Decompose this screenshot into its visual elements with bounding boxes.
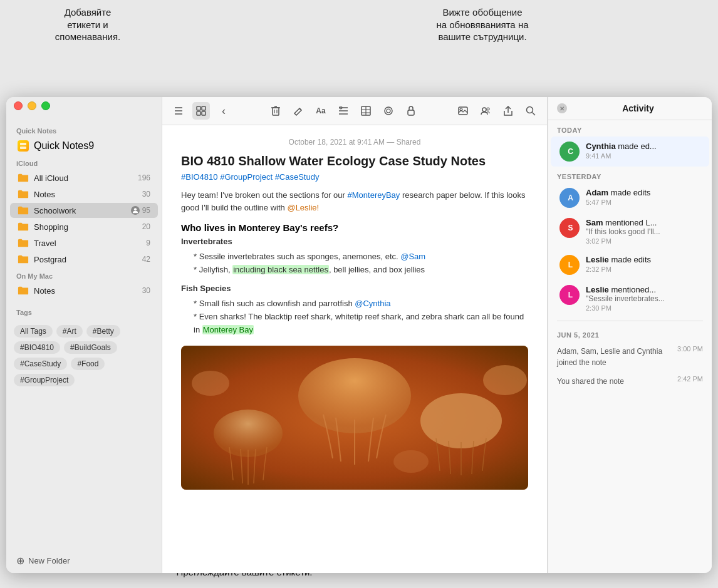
sidebar-item-all-icloud[interactable]: All iCloud 196 <box>10 170 158 185</box>
tag-casestudy[interactable]: #CaseStudy <box>14 358 67 370</box>
notes-mac-label: Notes <box>34 286 142 296</box>
section-fish: Fish Species Small fish such as clownfis… <box>181 282 528 336</box>
avatar-cynthia: C <box>559 142 580 162</box>
attach-button[interactable] <box>380 102 397 120</box>
sidebar-item-notes-mac[interactable]: Notes 30 <box>10 283 158 298</box>
quick-notes-icon <box>18 140 29 152</box>
note-date: October 18, 2021 at 9:41 AM — Shared <box>181 138 528 147</box>
sidebar-item-notes-icloud[interactable]: Notes 30 <box>10 187 158 202</box>
traffic-lights <box>14 101 50 110</box>
activity-content-adam: Adam made edits 5:47 PM <box>586 188 700 206</box>
activity-sub-leslie2: "Sessile invertebrates... <box>586 294 700 303</box>
hashtag-groupproject: #GroupProject <box>220 172 273 182</box>
activity-time-cynthia: 9:41 AM <box>586 152 700 160</box>
tag-betty[interactable]: #Betty <box>86 325 120 338</box>
activity-item-cynthia[interactable]: C Cynthia made ed... 9:41 AM <box>551 137 709 167</box>
tag-buildgoals[interactable]: #BuildGoals <box>64 341 117 354</box>
avatar-leslie2: L <box>559 285 580 305</box>
activity-joined-note: 3:00 PM Adam, Sam, Leslie and Cynthia jo… <box>548 341 712 371</box>
list-view-button[interactable] <box>170 102 187 120</box>
checklist-button[interactable] <box>335 102 352 120</box>
font-button[interactable]: Aa <box>312 102 330 120</box>
notes-icloud-count: 30 <box>142 190 150 199</box>
minimize-button[interactable] <box>28 101 36 110</box>
schoolwork-count: 95 <box>142 206 150 215</box>
activity-item-adam[interactable]: A Adam made edits 5:47 PM <box>551 183 709 213</box>
svg-rect-8 <box>197 111 200 115</box>
edit-button[interactable] <box>289 102 307 120</box>
activity-time-leslie2: 2:30 PM <box>586 304 700 312</box>
svg-point-36 <box>420 393 502 448</box>
svg-point-2 <box>134 208 137 210</box>
sidebar-item-shopping[interactable]: Shopping 20 <box>10 219 158 234</box>
svg-point-30 <box>487 108 489 110</box>
sidebar-item-travel[interactable]: Travel 9 <box>10 235 158 250</box>
close-button[interactable] <box>14 101 23 110</box>
sidebar-section-icloud: iCloud <box>6 155 162 170</box>
all-icloud-count: 196 <box>138 173 150 182</box>
activity-content-cynthia: Cynthia made ed... 9:41 AM <box>586 142 700 160</box>
annotation-topleft: Добавяйтеетикети испоменавания. <box>38 6 138 43</box>
notes-mac-count: 30 <box>142 286 150 295</box>
activity-time-joined: 3:00 PM <box>677 345 703 353</box>
svg-line-15 <box>299 108 301 110</box>
activity-item-leslie2[interactable]: L Leslie mentioned... "Sessile invertebr… <box>551 280 709 317</box>
note-area: ‹ Aa <box>162 97 548 573</box>
maximize-button[interactable] <box>41 101 50 110</box>
svg-point-37 <box>192 371 229 396</box>
delete-button[interactable] <box>267 102 284 120</box>
section-reef-title: Who lives in Monterey Bay's reefs? <box>181 222 528 233</box>
note-image <box>181 346 528 490</box>
back-button[interactable]: ‹ <box>215 102 232 120</box>
main-window: Quick Notes Quick Notes 9 iCloud All iCl… <box>6 97 712 573</box>
mention-leslie: @Leslie! <box>287 203 319 212</box>
svg-point-39 <box>393 450 429 473</box>
tag-art[interactable]: #Art <box>56 325 83 338</box>
svg-rect-26 <box>408 110 414 115</box>
activity-item-sam[interactable]: S Sam mentioned L... "If this looks good… <box>551 213 709 250</box>
activity-sub-sam: "If this looks good I'll... <box>586 227 700 236</box>
quick-notes-count: 9 <box>88 140 94 152</box>
table-button[interactable] <box>357 102 375 120</box>
mention-sam: @Sam <box>400 252 425 261</box>
activity-jun5-label: JUN 5, 2021 <box>548 325 712 341</box>
note-title: BIO 4810 Shallow Water Ecology Case Stud… <box>181 154 528 168</box>
sidebar-item-postgrad[interactable]: Postgrad 42 <box>10 252 158 267</box>
activity-title: Activity <box>573 103 703 113</box>
mention-cynthia: @Cynthia <box>355 299 390 308</box>
lock-button[interactable] <box>402 102 420 120</box>
search-button[interactable] <box>522 102 539 120</box>
note-content: October 18, 2021 at 9:41 AM — Shared BIO… <box>162 125 547 573</box>
tag-groupproject[interactable]: #GroupProject <box>14 374 75 386</box>
sidebar-item-schoolwork[interactable]: Schoolwork 95 <box>10 203 158 218</box>
tag-food[interactable]: #Food <box>71 358 105 370</box>
tag-all-tags[interactable]: All Tags <box>14 325 53 338</box>
activity-time-sam: 3:02 PM <box>586 237 700 245</box>
activity-text-joined: Adam, Sam, Leslie and Cynthia joined the… <box>557 347 662 367</box>
grid-view-button[interactable] <box>192 102 210 120</box>
shopping-label: Shopping <box>34 222 142 232</box>
sidebar: Quick Notes Quick Notes 9 iCloud All iCl… <box>6 97 162 573</box>
svg-point-38 <box>483 365 527 395</box>
collaborate-button[interactable] <box>477 102 494 120</box>
activity-time-adam: 5:47 PM <box>586 199 700 206</box>
activity-main-adam: Adam made edits <box>586 188 700 197</box>
avatar-adam: A <box>559 188 580 208</box>
tag-bio4810[interactable]: #BIO4810 <box>14 341 60 354</box>
activity-shared-note: 2:42 PM You shared the note <box>548 371 712 390</box>
svg-line-32 <box>533 113 536 116</box>
activity-item-leslie1[interactable]: L Leslie made edits 2:32 PM <box>551 250 709 280</box>
activity-close-button[interactable]: ✕ <box>557 103 567 113</box>
share-button[interactable] <box>499 102 517 120</box>
activity-main-leslie1: Leslie made edits <box>586 255 700 264</box>
sidebar-section-on-my-mac: On My Mac <box>6 267 162 282</box>
toolbar: ‹ Aa <box>162 97 547 125</box>
quick-notes-label: Quick Notes <box>34 140 88 152</box>
activity-content-leslie2: Leslie mentioned... "Sessile invertebrat… <box>586 285 700 312</box>
photos-button[interactable] <box>454 102 472 120</box>
hashtag-bio4810: #BIO4810 <box>181 172 218 182</box>
shared-icon <box>131 206 140 215</box>
new-folder-button[interactable]: ⊕ New Folder <box>6 550 162 573</box>
activity-today-label: TODAY <box>548 120 712 137</box>
sidebar-item-quick-notes[interactable]: Quick Notes 9 <box>10 138 158 154</box>
